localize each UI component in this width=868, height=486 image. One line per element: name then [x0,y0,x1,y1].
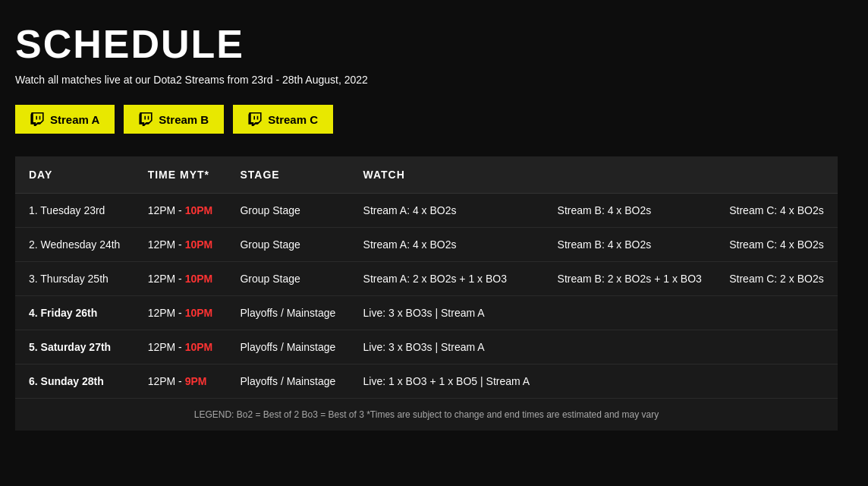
cell-watch1-5: Live: 1 x BO3 + 1 x BO5 | Stream A [350,364,544,399]
table-row: 4. Friday 26th12PM - 10PMPlayoffs / Main… [15,296,838,330]
table-row: 1. Tuesday 23rd12PM - 10PMGroup StageStr… [15,194,838,228]
cell-day-4: 5. Saturday 27th [15,330,134,364]
subtitle: Watch all matches live at our Dota2 Stre… [15,74,838,86]
twitch-icon-a [30,112,44,126]
legend-row: LEGEND: Bo2 = Best of 2 Bo3 = Best of 3 … [15,399,838,431]
stream-a-label: Stream A [50,113,99,126]
cell-watch2-0: Stream B: 4 x BO2s [544,194,716,228]
stream-c-label: Stream C [268,113,318,126]
col-header-time: TIME MYT* [134,156,227,194]
table-header-row: DAY TIME MYT* STAGE WATCH [15,156,838,194]
stream-a-button[interactable]: Stream A [15,105,115,134]
cell-time-0: 12PM - 10PM [134,194,227,228]
cell-watch2-3 [544,296,716,330]
twitch-icon-c [248,112,262,126]
cell-stage-3: Playoffs / Mainstage [226,296,349,330]
cell-watch2-5 [544,364,716,399]
cell-day-0: 1. Tuesday 23rd [15,194,134,228]
cell-stage-0: Group Stage [226,194,349,228]
cell-watch1-0: Stream A: 4 x BO2s [350,194,544,228]
legend-text: LEGEND: Bo2 = Best of 2 Bo3 = Best of 3 … [15,399,838,431]
stream-c-button[interactable]: Stream C [233,105,333,134]
cell-day-1: 2. Wednesday 24th [15,228,134,262]
cell-time-2: 12PM - 10PM [134,262,227,296]
cell-stage-2: Group Stage [226,262,349,296]
cell-watch1-1: Stream A: 4 x BO2s [350,228,544,262]
cell-watch2-1: Stream B: 4 x BO2s [544,228,716,262]
twitch-icon-b [139,112,153,126]
cell-watch3-2: Stream C: 2 x BO2s [715,262,838,296]
stream-b-button[interactable]: Stream B [124,105,224,134]
col-header-stage: STAGE [226,156,349,194]
table-row: 5. Saturday 27th12PM - 10PMPlayoffs / Ma… [15,330,838,364]
cell-day-3: 4. Friday 26th [15,296,134,330]
cell-watch2-2: Stream B: 2 x BO2s + 1 x BO3 [544,262,716,296]
cell-day-5: 6. Sunday 28th [15,364,134,399]
stream-b-label: Stream B [159,113,209,126]
cell-time-4: 12PM - 10PM [134,330,227,364]
schedule-table: DAY TIME MYT* STAGE WATCH 1. Tuesday 23r… [15,156,838,431]
cell-watch2-4 [544,330,716,364]
cell-watch3-1: Stream C: 4 x BO2s [715,228,838,262]
cell-time-5: 12PM - 9PM [134,364,227,399]
table-row: 6. Sunday 28th12PM - 9PMPlayoffs / Mains… [15,364,838,399]
cell-watch1-2: Stream A: 2 x BO2s + 1 x BO3 [350,262,544,296]
stream-buttons: Stream A Stream B Stream C [15,105,838,134]
cell-stage-1: Group Stage [226,228,349,262]
cell-watch1-3: Live: 3 x BO3s | Stream A [350,296,544,330]
cell-time-3: 12PM - 10PM [134,296,227,330]
cell-time-1: 12PM - 10PM [134,228,227,262]
cell-day-2: 3. Thursday 25th [15,262,134,296]
col-header-day: DAY [15,156,134,194]
cell-stage-5: Playoffs / Mainstage [226,364,349,399]
cell-watch3-0: Stream C: 4 x BO2s [715,194,838,228]
table-row: 3. Thursday 25th12PM - 10PMGroup StageSt… [15,262,838,296]
cell-stage-4: Playoffs / Mainstage [226,330,349,364]
cell-watch1-4: Live: 3 x BO3s | Stream A [350,330,544,364]
cell-watch3-3 [715,296,838,330]
cell-watch3-5 [715,364,838,399]
page-title: SCHEDULE [15,23,838,66]
cell-watch3-4 [715,330,838,364]
table-row: 2. Wednesday 24th12PM - 10PMGroup StageS… [15,228,838,262]
col-header-watch: WATCH [350,156,838,194]
